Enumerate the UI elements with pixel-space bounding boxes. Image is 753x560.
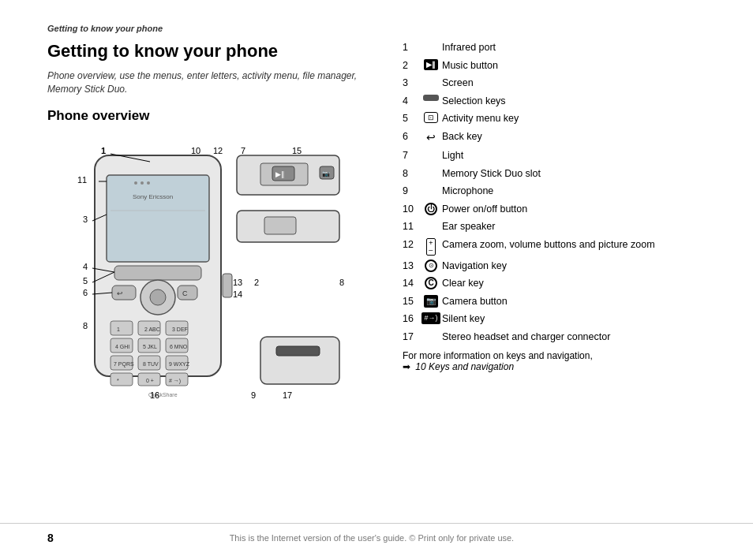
spec-text-14: Clear key bbox=[442, 277, 714, 291]
svg-text:2 ABC: 2 ABC bbox=[144, 327, 160, 332]
spec-icon-13: ⊙ bbox=[420, 259, 442, 272]
spec-icon-2: ▶‖ bbox=[420, 59, 442, 71]
svg-point-4 bbox=[140, 181, 144, 185]
spec-item-5: 5 ⊡ Activity menu key bbox=[403, 112, 714, 126]
spec-num-8: 8 bbox=[403, 167, 420, 181]
footer-note: For more information on keys and navigat… bbox=[403, 350, 714, 372]
spec-num-14: 14 bbox=[403, 277, 420, 291]
clear-key-icon: C bbox=[425, 277, 437, 289]
svg-text:17: 17 bbox=[283, 390, 292, 400]
spec-num-15: 15 bbox=[403, 295, 420, 309]
footer-note-text: For more information on keys and navigat… bbox=[403, 350, 593, 361]
svg-rect-49 bbox=[276, 346, 320, 356]
svg-text:9: 9 bbox=[251, 390, 256, 400]
spec-item-3: 3 Screen bbox=[403, 77, 714, 91]
svg-text:11: 11 bbox=[77, 175, 87, 185]
main-content: Getting to know your phone Phone overvie… bbox=[47, 41, 714, 400]
svg-text:0 +: 0 + bbox=[146, 378, 154, 383]
spec-num-7: 7 bbox=[403, 149, 420, 163]
spec-num-3: 3 bbox=[403, 77, 420, 91]
navigation-key-icon: ⊙ bbox=[425, 259, 437, 272]
spec-text-5: Activity menu key bbox=[442, 112, 714, 126]
zoom-icon: +– bbox=[426, 238, 435, 256]
spec-item-17: 17 Stereo headset and charger connector bbox=[403, 330, 714, 345]
spec-item-12: 12 +– Camera zoom, volume buttons and pi… bbox=[403, 238, 714, 256]
svg-point-3 bbox=[134, 181, 137, 185]
spec-item-10: 10 ⏻ Power on/off button bbox=[403, 203, 714, 217]
section-title: Phone overview bbox=[47, 108, 379, 124]
spec-item-7: 7 Light bbox=[403, 149, 714, 163]
spec-text-2: Music button bbox=[442, 59, 714, 73]
spec-item-2: 2 ▶‖ Music button bbox=[403, 59, 714, 73]
spec-icon-16: #→) bbox=[420, 312, 442, 324]
svg-text:8 TUV: 8 TUV bbox=[143, 361, 159, 367]
spec-icon-4 bbox=[420, 95, 442, 101]
svg-rect-14 bbox=[111, 321, 133, 335]
svg-text:📷: 📷 bbox=[322, 170, 330, 177]
spec-num-4: 4 bbox=[403, 95, 420, 109]
svg-text:3 DEF: 3 DEF bbox=[172, 327, 188, 332]
svg-rect-7 bbox=[114, 266, 201, 280]
spec-icon-14: C bbox=[420, 277, 442, 289]
spec-list: 1 Infrared port 2 ▶‖ Music button 3 Scre… bbox=[403, 41, 714, 344]
spec-text-6: Back key bbox=[442, 130, 714, 144]
spec-icon-10: ⏻ bbox=[420, 203, 442, 215]
spec-text-15: Camera button bbox=[442, 295, 714, 309]
svg-text:12: 12 bbox=[213, 146, 223, 155]
spec-text-17: Stereo headset and charger connector bbox=[442, 330, 714, 345]
svg-point-9 bbox=[150, 289, 166, 305]
phone-svg: Sony Ericsson bbox=[47, 132, 363, 400]
svg-text:8: 8 bbox=[83, 321, 88, 330]
spec-icon-15: 📷 bbox=[420, 295, 442, 308]
svg-text:7 PQRS: 7 PQRS bbox=[114, 361, 134, 368]
svg-rect-39 bbox=[223, 274, 232, 297]
right-column: 1 Infrared port 2 ▶‖ Music button 3 Scre… bbox=[395, 41, 714, 400]
spec-text-11: Ear speaker bbox=[442, 220, 714, 234]
svg-rect-47 bbox=[264, 217, 296, 234]
svg-text:# →): # →) bbox=[169, 378, 181, 384]
svg-point-5 bbox=[147, 181, 150, 185]
svg-text:9 WXYZ: 9 WXYZ bbox=[169, 361, 190, 367]
spec-text-1: Infrared port bbox=[442, 41, 714, 55]
spec-num-12: 12 bbox=[403, 238, 420, 252]
svg-text:6 MNO: 6 MNO bbox=[170, 344, 188, 349]
breadcrumb: Getting to know your phone bbox=[47, 24, 714, 33]
svg-text:C: C bbox=[182, 289, 188, 297]
footer-link[interactable]: 10 Keys and navigation bbox=[415, 361, 514, 372]
svg-text:8: 8 bbox=[339, 278, 344, 287]
svg-text:1: 1 bbox=[117, 327, 120, 332]
spec-text-16: Silent key bbox=[442, 312, 714, 327]
svg-text:*: * bbox=[117, 378, 119, 383]
spec-text-9: Microphone bbox=[442, 185, 714, 199]
page-number: 8 bbox=[47, 532, 54, 544]
spec-item-6: 6 ↩ Back key bbox=[403, 130, 714, 146]
spec-icon-12: +– bbox=[420, 238, 442, 256]
svg-text:5: 5 bbox=[83, 276, 88, 286]
spec-num-5: 5 bbox=[403, 112, 420, 126]
spec-num-13: 13 bbox=[403, 259, 420, 274]
spec-text-10: Power on/off button bbox=[442, 203, 714, 217]
spec-item-15: 15 📷 Camera button bbox=[403, 295, 714, 309]
svg-text:Sony Ericsson: Sony Ericsson bbox=[133, 193, 173, 200]
subtitle: Phone overview, use the menus, enter let… bbox=[47, 69, 379, 96]
spec-item-8: 8 Memory Stick Duo slot bbox=[403, 167, 714, 181]
svg-text:4 GHI: 4 GHI bbox=[115, 344, 129, 349]
spec-icon-6: ↩ bbox=[420, 130, 442, 146]
svg-rect-10 bbox=[112, 286, 136, 300]
selection-key-icon bbox=[423, 95, 439, 101]
svg-text:16: 16 bbox=[150, 390, 159, 400]
svg-rect-32 bbox=[111, 373, 133, 386]
phone-diagram: Sony Ericsson bbox=[47, 132, 363, 400]
svg-text:2: 2 bbox=[254, 278, 259, 287]
spec-num-17: 17 bbox=[403, 330, 420, 345]
spec-text-7: Light bbox=[442, 149, 714, 163]
spec-item-13: 13 ⊙ Navigation key bbox=[403, 259, 714, 274]
svg-text:14: 14 bbox=[233, 289, 242, 299]
spec-num-2: 2 bbox=[403, 59, 420, 73]
spec-num-1: 1 bbox=[403, 41, 420, 55]
svg-text:3: 3 bbox=[83, 215, 88, 224]
spec-item-14: 14 C Clear key bbox=[403, 277, 714, 291]
camera-button-icon: 📷 bbox=[424, 295, 438, 308]
svg-rect-48 bbox=[260, 337, 339, 384]
spec-item-11: 11 Ear speaker bbox=[403, 220, 714, 234]
